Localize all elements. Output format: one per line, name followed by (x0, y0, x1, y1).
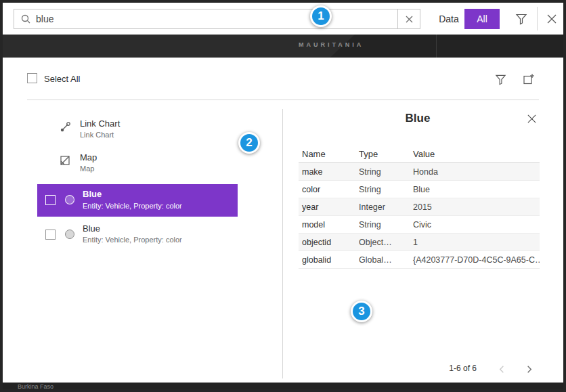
cell-name: globalid (302, 255, 359, 265)
search-box (14, 9, 420, 29)
list-item-subtitle: Entity: Vehicle, Property: color (83, 235, 182, 244)
entity-circle-icon (65, 195, 74, 204)
table-row[interactable]: model String Civic (299, 216, 540, 234)
panel-filter-icon[interactable] (492, 71, 509, 87)
property-table: Name Type Value make String Honda color … (299, 146, 540, 269)
table-row[interactable]: objectid Object… 1 (299, 234, 540, 251)
cell-name: year (302, 202, 359, 212)
map-icon (60, 155, 70, 169)
item-checkbox[interactable] (45, 230, 56, 240)
list-item-title: Map (80, 152, 97, 163)
toggle-data[interactable]: Data (433, 9, 464, 29)
list-item-title: Blue (83, 189, 182, 200)
annotation-callout-1: 1 (310, 5, 332, 27)
table-row[interactable]: make String Honda (299, 163, 540, 181)
cell-type: String (359, 185, 413, 194)
column-header-value: Value (413, 149, 540, 159)
detail-title: Blue (297, 112, 538, 125)
cell-value: 1 (413, 238, 540, 247)
detail-close-icon[interactable] (523, 110, 540, 127)
table-row[interactable]: color String Blue (299, 181, 540, 198)
list-item-blue-selected[interactable]: Blue Entity: Vehicle, Property: color (37, 184, 238, 217)
annotation-callout-2: 2 (238, 132, 260, 154)
cell-name: make (302, 167, 359, 177)
toolbar-divider (537, 7, 538, 30)
map-border-line (436, 35, 437, 58)
search-input[interactable] (36, 9, 397, 28)
table-body: make String Honda color String Blue year… (299, 163, 540, 269)
cell-value: Civic (413, 220, 540, 230)
chevron-left-icon[interactable] (494, 362, 509, 376)
table-row[interactable]: globalid Global… {A4203777-D70D-4C5C-9A6… (299, 251, 540, 269)
app-window: Data All MAURITANIA Select All (0, 0, 566, 392)
annotation-callout-3: 3 (351, 301, 372, 322)
list-item-title: Link Chart (80, 118, 120, 129)
item-checkbox[interactable] (45, 195, 56, 205)
column-header-type: Type (359, 149, 413, 159)
cell-name: objectid (302, 238, 359, 247)
list-item-subtitle: Map (80, 164, 97, 173)
cell-type: String (359, 220, 413, 230)
list-item-title: Blue (83, 223, 182, 234)
cell-type: Integer (359, 202, 413, 212)
map-background-bottom: Burkina Faso (3, 383, 563, 389)
search-results-panel: Select All Link Chart Link Chart Map Map (3, 58, 563, 383)
select-all-label: Select All (44, 74, 80, 84)
entity-circle-icon (65, 230, 74, 239)
select-all-checkbox[interactable] (27, 73, 37, 83)
pagination-label: 1-6 of 6 (409, 364, 477, 373)
list-item-text: Blue Entity: Vehicle, Property: color (83, 223, 182, 244)
cell-value: {A4203777-D70D-4C5C-9A65-C… (413, 255, 540, 265)
list-item-text: Map Map (80, 152, 97, 173)
panel-vertical-divider (282, 109, 283, 378)
map-country-label: MAURITANIA (299, 41, 364, 48)
cell-value: 2015 (413, 202, 540, 212)
search-icon (14, 14, 36, 24)
list-item-blue[interactable]: Blue Entity: Vehicle, Property: color (37, 219, 238, 251)
list-item-link-chart[interactable]: Link Chart Link Chart (57, 118, 260, 144)
table-row[interactable]: year Integer 2015 (299, 198, 540, 216)
close-search-icon[interactable] (542, 9, 562, 28)
table-header-row: Name Type Value (299, 146, 540, 163)
link-chart-icon (60, 121, 71, 135)
clear-search-button[interactable] (397, 9, 420, 28)
map-country-label: Burkina Faso (18, 383, 53, 389)
list-item-map[interactable]: Map Map (57, 152, 260, 178)
chevron-right-icon[interactable] (521, 362, 536, 376)
cell-type: Object… (359, 238, 413, 247)
map-background: MAURITANIA (3, 35, 563, 58)
list-item-subtitle: Link Chart (80, 130, 120, 139)
list-item-subtitle: Entity: Vehicle, Property: color (83, 201, 182, 211)
search-toolbar: Data All (3, 3, 563, 35)
cell-name: color (302, 185, 359, 194)
panel-divider (27, 100, 539, 100)
filter-icon[interactable] (511, 9, 531, 28)
toggle-all[interactable]: All (464, 9, 500, 29)
cell-name: model (302, 220, 359, 230)
cell-type: String (359, 167, 413, 177)
list-item-text: Blue Entity: Vehicle, Property: color (83, 189, 182, 211)
cell-type: Global… (359, 255, 413, 265)
list-item-text: Link Chart Link Chart (80, 118, 120, 139)
add-filter-icon[interactable] (520, 71, 538, 87)
column-header-name: Name (302, 149, 359, 159)
cell-value: Blue (413, 185, 540, 194)
cell-value: Honda (413, 167, 540, 177)
